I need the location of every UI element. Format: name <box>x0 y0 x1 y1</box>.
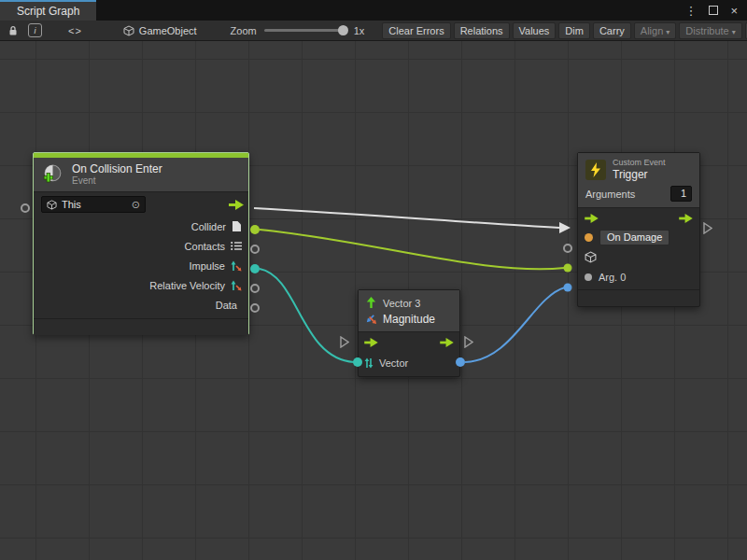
wire-flow-event-to-trigger[interactable] <box>254 208 559 228</box>
this-object-field[interactable]: This ⊙ <box>41 196 146 213</box>
zoom-control: Zoom 1x <box>231 25 365 36</box>
graph-canvas[interactable]: On Collision Enter Event This ⊙ Collider… <box>0 41 747 560</box>
event-name-row: On Damage <box>578 228 699 247</box>
carry-button[interactable]: Carry <box>593 22 631 39</box>
output-row-relative-velocity: Relative Velocity <box>34 275 248 295</box>
node-on-collision-enter[interactable]: On Collision Enter Event This ⊙ Collider… <box>33 152 249 335</box>
tab-label: Script Graph <box>17 5 79 18</box>
port-contacts-output[interactable] <box>250 245 260 254</box>
vector-input-row: Vector <box>359 353 459 373</box>
vector-arrows-icon <box>231 280 242 291</box>
graph-toolbar: i <> GameObject Zoom 1x Clear Errors Rel… <box>0 21 747 41</box>
window-titlebar: Script Graph ⋮ × <box>0 0 747 21</box>
event-target-row <box>578 247 699 267</box>
align-button[interactable]: Align▾ <box>634 22 676 39</box>
values-button[interactable]: Values <box>513 22 557 39</box>
code-view-icon[interactable]: <> <box>68 25 82 36</box>
vector-flow-row <box>359 332 459 353</box>
maximize-icon[interactable] <box>709 4 718 18</box>
node-subtitle: Event <box>72 175 162 187</box>
port-event-name-input[interactable] <box>563 244 572 253</box>
code-glyph: <> <box>68 25 82 36</box>
gameobject-label: GameObject <box>139 25 197 36</box>
flow-port-triangle-vector-left[interactable] <box>340 336 349 348</box>
zoom-slider[interactable] <box>264 29 346 32</box>
flow-output-arrow-icon <box>440 338 454 347</box>
collision-row-this: This ⊙ <box>34 192 248 217</box>
event-arg0-row: Arg. 0 <box>578 267 699 287</box>
output-label: Data <box>216 300 237 311</box>
menu-icon[interactable]: ⋮ <box>684 4 697 18</box>
cube-icon <box>47 200 57 210</box>
node-category: Vector 3 <box>383 298 420 309</box>
collision-node-header: On Collision Enter Event <box>34 158 248 192</box>
collider-doc-icon <box>232 220 242 232</box>
tab-script-graph[interactable]: Script Graph <box>0 0 96 21</box>
wire-end-dot-green <box>564 264 572 273</box>
vector3-up-arrow-icon <box>365 297 377 309</box>
port-relative-velocity-output[interactable] <box>250 284 260 293</box>
node-vector3-magnitude[interactable]: Vector 3 Magnitude Vector <box>358 289 460 377</box>
event-name-field[interactable]: On Damage <box>599 230 669 245</box>
maximize-box <box>709 6 718 15</box>
port-magnitude-output[interactable] <box>456 357 465 367</box>
dim-button[interactable]: Dim <box>558 22 590 39</box>
chevron-down-icon: ▾ <box>732 28 736 36</box>
output-row-contacts: Contacts <box>34 236 248 256</box>
output-label: Collider <box>191 221 226 232</box>
node-title: Magnitude <box>383 313 435 326</box>
vector-node-header: Vector 3 Magnitude <box>359 290 459 332</box>
vector-input-label: Vector <box>379 357 408 369</box>
output-label: Relative Velocity <box>149 280 225 291</box>
flow-input-arrow-icon <box>585 214 599 223</box>
unity-script-graph-window: Script Graph ⋮ × i <> GameObject Zoom 1x <box>0 0 747 560</box>
event-node-header: Custom Event Trigger Arguments 1 <box>578 153 699 208</box>
this-value: This <box>62 199 127 210</box>
clear-errors-button[interactable]: Clear Errors <box>382 22 450 39</box>
object-picker-icon[interactable]: ⊙ <box>132 199 140 211</box>
output-label: Contacts <box>185 241 225 252</box>
arg0-label: Arg. 0 <box>599 272 626 283</box>
info-icon[interactable]: i <box>28 23 42 37</box>
flow-port-triangle-event-right[interactable] <box>703 222 712 234</box>
arguments-count-field[interactable]: 1 <box>670 186 692 202</box>
wire-flow-arrowhead <box>559 222 571 233</box>
port-impulse-output[interactable] <box>250 264 260 273</box>
port-collider-output[interactable] <box>250 225 260 234</box>
wire-magnitude-to-arg0[interactable] <box>465 287 565 362</box>
string-port-dot[interactable] <box>585 233 593 242</box>
wire-impulse-to-vector[interactable] <box>260 269 354 362</box>
magnitude-arrows-icon <box>365 313 377 325</box>
zoom-slider-knob[interactable] <box>338 25 348 35</box>
node-trigger-custom-event[interactable]: Custom Event Trigger Arguments 1 On Dama… <box>577 152 700 307</box>
arg0-port-dot[interactable] <box>585 273 592 281</box>
wire-collider-to-target[interactable] <box>260 230 565 269</box>
flow-port-triangle-vector-right[interactable] <box>464 336 473 348</box>
gameobject-selector[interactable]: GameObject <box>123 25 197 36</box>
vector-arrows-icon <box>231 260 242 272</box>
toolbar-buttons: Clear Errors Relations Values Dim Carry … <box>379 22 747 39</box>
node-title: On Collision Enter <box>72 162 162 175</box>
output-row-collider: Collider <box>34 217 248 236</box>
collision-event-icon <box>41 163 64 187</box>
flow-output-arrow-icon <box>679 214 693 223</box>
port-vector-input[interactable] <box>353 357 362 367</box>
vector-updown-icon <box>364 357 374 369</box>
distribute-label: Distribute <box>685 25 728 36</box>
node-category: Custom Event <box>613 158 666 168</box>
lock-icon[interactable] <box>7 25 19 36</box>
output-row-data: Data <box>34 295 248 315</box>
custom-event-bolt-icon <box>585 160 606 180</box>
collision-node-footer <box>34 318 248 335</box>
zoom-value: 1x <box>354 25 365 36</box>
distribute-button[interactable]: Distribute▾ <box>679 22 741 39</box>
event-flow-row <box>578 208 699 228</box>
align-label: Align <box>641 25 663 36</box>
port-data-output[interactable] <box>250 303 260 313</box>
output-label: Impulse <box>189 260 225 272</box>
contacts-list-icon <box>231 241 242 251</box>
flow-input-arrow-icon <box>364 338 378 347</box>
port-this-input[interactable] <box>21 203 30 213</box>
relations-button[interactable]: Relations <box>454 22 510 39</box>
close-icon[interactable]: × <box>730 4 738 18</box>
